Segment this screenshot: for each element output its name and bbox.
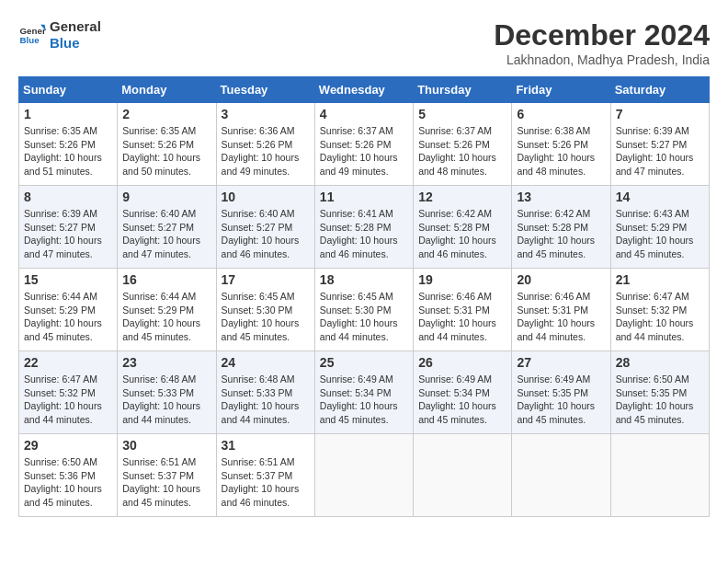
day-number: 31 [222,438,310,453]
calendar-cell: 18 Sunrise: 6:45 AM Sunset: 5:30 PM Dayl… [314,269,413,351]
cell-info: Sunrise: 6:51 AM Sunset: 5:37 PM Dayligh… [222,455,310,510]
calendar-cell: 9 Sunrise: 6:40 AM Sunset: 5:27 PM Dayli… [118,186,216,269]
day-number: 22 [24,355,112,370]
day-number: 20 [517,272,605,287]
col-header-sunday: Sunday [19,77,118,103]
col-header-tuesday: Tuesday [216,77,314,103]
calendar-cell: 1 Sunrise: 6:35 AM Sunset: 5:26 PM Dayli… [19,103,118,186]
day-number: 14 [616,190,704,204]
day-number: 18 [320,272,408,287]
calendar-cell: 2 Sunrise: 6:35 AM Sunset: 5:26 PM Dayli… [118,103,216,186]
cell-info: Sunrise: 6:43 AM Sunset: 5:29 PM Dayligh… [616,207,704,261]
cell-info: Sunrise: 6:49 AM Sunset: 5:35 PM Dayligh… [517,373,605,427]
col-header-thursday: Thursday [414,77,512,103]
day-number: 24 [222,355,310,370]
calendar-table: SundayMondayTuesdayWednesdayThursdayFrid… [18,76,710,517]
cell-info: Sunrise: 6:44 AM Sunset: 5:29 PM Dayligh… [24,290,112,344]
day-number: 25 [320,355,408,370]
calendar-cell: 5 Sunrise: 6:37 AM Sunset: 5:26 PM Dayli… [414,103,512,186]
calendar-cell: 8 Sunrise: 6:39 AM Sunset: 5:27 PM Dayli… [19,186,118,269]
logo-blue: Blue [50,35,101,52]
cell-info: Sunrise: 6:42 AM Sunset: 5:28 PM Dayligh… [418,207,506,261]
logo: General Blue General Blue [18,18,101,52]
calendar-cell: 10 Sunrise: 6:40 AM Sunset: 5:27 PM Dayl… [216,186,314,269]
cell-info: Sunrise: 6:35 AM Sunset: 5:26 PM Dayligh… [122,124,210,178]
day-number: 19 [418,272,506,287]
logo-general: General [50,18,101,35]
calendar-cell: 13 Sunrise: 6:42 AM Sunset: 5:28 PM Dayl… [512,186,610,269]
col-header-saturday: Saturday [610,77,709,103]
calendar-cell: 23 Sunrise: 6:48 AM Sunset: 5:33 PM Dayl… [118,351,216,434]
calendar-cell [512,434,610,517]
cell-info: Sunrise: 6:49 AM Sunset: 5:34 PM Dayligh… [418,373,506,427]
day-number: 26 [418,355,506,370]
day-number: 16 [122,272,210,287]
col-header-wednesday: Wednesday [314,77,413,103]
logo-icon: General Blue [18,21,46,49]
cell-info: Sunrise: 6:46 AM Sunset: 5:31 PM Dayligh… [418,290,506,344]
calendar-cell: 12 Sunrise: 6:42 AM Sunset: 5:28 PM Dayl… [414,186,512,269]
calendar-cell: 22 Sunrise: 6:47 AM Sunset: 5:32 PM Dayl… [19,351,118,434]
calendar-cell: 4 Sunrise: 6:37 AM Sunset: 5:26 PM Dayli… [314,103,413,186]
calendar-cell: 28 Sunrise: 6:50 AM Sunset: 5:35 PM Dayl… [610,351,709,434]
cell-info: Sunrise: 6:44 AM Sunset: 5:29 PM Dayligh… [122,290,210,344]
day-number: 11 [320,190,408,204]
calendar-cell: 7 Sunrise: 6:39 AM Sunset: 5:27 PM Dayli… [610,103,709,186]
day-number: 29 [24,438,112,453]
cell-info: Sunrise: 6:50 AM Sunset: 5:35 PM Dayligh… [616,373,704,427]
day-number: 15 [24,272,112,287]
day-number: 7 [616,107,704,121]
day-number: 10 [222,190,310,204]
cell-info: Sunrise: 6:40 AM Sunset: 5:27 PM Dayligh… [222,207,310,261]
location: Lakhnadon, Madhya Pradesh, India [494,52,710,67]
day-number: 23 [122,355,210,370]
calendar-cell: 30 Sunrise: 6:51 AM Sunset: 5:37 PM Dayl… [118,434,216,517]
cell-info: Sunrise: 6:41 AM Sunset: 5:28 PM Dayligh… [320,207,408,261]
day-number: 1 [24,107,112,121]
cell-info: Sunrise: 6:46 AM Sunset: 5:31 PM Dayligh… [517,290,605,344]
month-title: December 2024 [494,18,710,52]
cell-info: Sunrise: 6:47 AM Sunset: 5:32 PM Dayligh… [616,290,704,344]
cell-info: Sunrise: 6:37 AM Sunset: 5:26 PM Dayligh… [418,124,506,178]
cell-info: Sunrise: 6:39 AM Sunset: 5:27 PM Dayligh… [616,124,704,178]
calendar-cell [414,434,512,517]
day-number: 27 [517,355,605,370]
cell-info: Sunrise: 6:47 AM Sunset: 5:32 PM Dayligh… [24,373,112,427]
day-number: 13 [517,190,605,204]
page-header: General Blue General Blue December 2024 … [18,18,710,67]
day-number: 28 [616,355,704,370]
calendar-cell: 25 Sunrise: 6:49 AM Sunset: 5:34 PM Dayl… [314,351,413,434]
title-block: December 2024 Lakhnadon, Madhya Pradesh,… [494,18,710,67]
cell-info: Sunrise: 6:50 AM Sunset: 5:36 PM Dayligh… [24,455,112,510]
calendar-cell: 21 Sunrise: 6:47 AM Sunset: 5:32 PM Dayl… [610,269,709,351]
cell-info: Sunrise: 6:38 AM Sunset: 5:26 PM Dayligh… [517,124,605,178]
calendar-cell: 29 Sunrise: 6:50 AM Sunset: 5:36 PM Dayl… [19,434,118,517]
calendar-cell: 6 Sunrise: 6:38 AM Sunset: 5:26 PM Dayli… [512,103,610,186]
day-number: 12 [418,190,506,204]
calendar-cell: 16 Sunrise: 6:44 AM Sunset: 5:29 PM Dayl… [118,269,216,351]
calendar-cell: 26 Sunrise: 6:49 AM Sunset: 5:34 PM Dayl… [414,351,512,434]
cell-info: Sunrise: 6:45 AM Sunset: 5:30 PM Dayligh… [222,290,310,344]
day-number: 4 [320,107,408,121]
calendar-cell: 11 Sunrise: 6:41 AM Sunset: 5:28 PM Dayl… [314,186,413,269]
cell-info: Sunrise: 6:42 AM Sunset: 5:28 PM Dayligh… [517,207,605,261]
day-number: 21 [616,272,704,287]
svg-text:General: General [20,26,47,36]
calendar-cell: 14 Sunrise: 6:43 AM Sunset: 5:29 PM Dayl… [610,186,709,269]
cell-info: Sunrise: 6:45 AM Sunset: 5:30 PM Dayligh… [320,290,408,344]
cell-info: Sunrise: 6:48 AM Sunset: 5:33 PM Dayligh… [122,373,210,427]
day-number: 30 [122,438,210,453]
calendar-cell: 19 Sunrise: 6:46 AM Sunset: 5:31 PM Dayl… [414,269,512,351]
col-header-monday: Monday [118,77,216,103]
calendar-cell: 17 Sunrise: 6:45 AM Sunset: 5:30 PM Dayl… [216,269,314,351]
day-number: 3 [222,107,310,121]
cell-info: Sunrise: 6:36 AM Sunset: 5:26 PM Dayligh… [222,124,310,178]
day-number: 9 [122,190,210,204]
calendar-cell [610,434,709,517]
calendar-cell [314,434,413,517]
day-number: 6 [517,107,605,121]
cell-info: Sunrise: 6:49 AM Sunset: 5:34 PM Dayligh… [320,373,408,427]
cell-info: Sunrise: 6:40 AM Sunset: 5:27 PM Dayligh… [122,207,210,261]
col-header-friday: Friday [512,77,610,103]
cell-info: Sunrise: 6:37 AM Sunset: 5:26 PM Dayligh… [320,124,408,178]
